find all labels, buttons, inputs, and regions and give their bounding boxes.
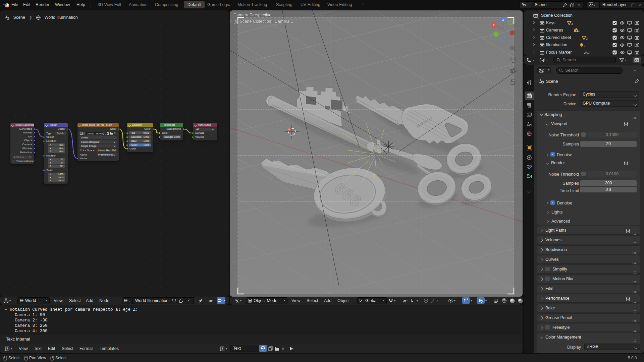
- svg-text:Z: Z: [502, 18, 504, 21]
- svg-text:X: X: [493, 23, 495, 27]
